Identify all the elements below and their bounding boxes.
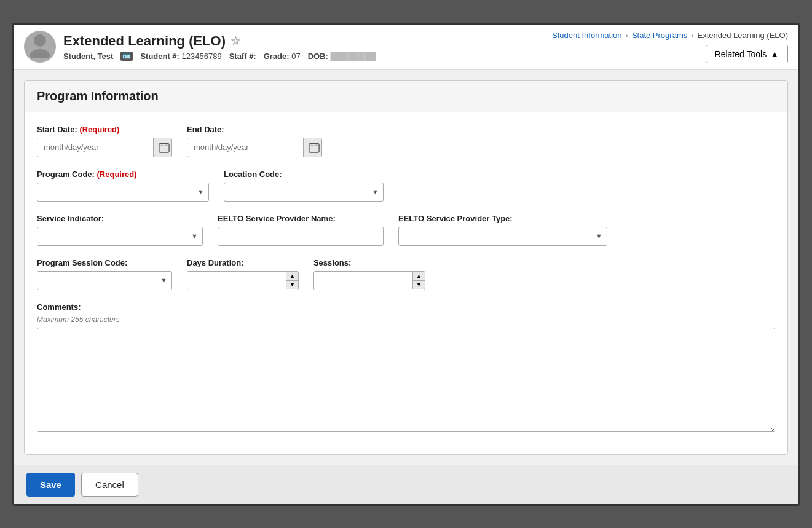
comments-textarea[interactable] — [37, 328, 775, 432]
calendar-icon — [159, 142, 170, 153]
form-card: Program Information Start Date: (Require… — [24, 80, 788, 455]
start-date-input-wrapper — [37, 138, 172, 157]
favorite-star-icon[interactable]: ☆ — [231, 34, 240, 48]
related-tools-label: Related Tools — [715, 49, 767, 59]
save-button[interactable]: Save — [26, 473, 75, 497]
days-duration-label: Days Duration: — [187, 258, 299, 267]
main-content: Program Information Start Date: (Require… — [14, 70, 798, 465]
end-date-input[interactable] — [187, 138, 303, 156]
page-title: Extended Learning (ELO) ☆ — [63, 33, 376, 49]
days-duration-input[interactable] — [187, 272, 286, 290]
location-code-select-wrapper: ▼ — [224, 183, 384, 202]
header-subtitle: Student, Test 🪪 Student #: 123456789 Sta… — [63, 52, 376, 61]
svg-point-1 — [30, 49, 50, 58]
eelto-provider-name-label: EELTO Service Provider Name: — [218, 214, 384, 223]
avatar — [24, 31, 56, 63]
eelto-provider-type-label: EELTO Service Provider Type: — [398, 214, 607, 223]
staff-number: Staff #: — [229, 52, 256, 61]
svg-point-0 — [34, 34, 46, 47]
svg-rect-6 — [309, 143, 319, 152]
calendar-icon — [309, 142, 320, 153]
app-window: Extended Learning (ELO) ☆ Student, Test … — [12, 23, 800, 506]
start-date-calendar-button[interactable] — [153, 138, 172, 157]
days-duration-spinner-buttons: ▲ ▼ — [286, 272, 298, 289]
sessions-spinner: ▲ ▼ — [313, 271, 425, 290]
comments-label: Comments: — [37, 302, 775, 312]
program-session-code-label: Program Session Code: — [37, 258, 172, 267]
student-name: Student, Test — [63, 52, 113, 61]
grade-value: 07 — [291, 52, 300, 61]
svg-rect-2 — [159, 143, 169, 152]
date-row: Start Date: (Required) — [37, 125, 775, 157]
breadcrumb-sep-2: › — [691, 31, 693, 40]
program-code-label: Program Code: (Required) — [37, 170, 209, 179]
breadcrumb-current: Extended Learning (ELO) — [698, 31, 788, 40]
end-date-group: End Date: — [187, 125, 322, 157]
related-tools-button[interactable]: Related Tools ▲ — [706, 45, 788, 63]
form-body: Start Date: (Required) — [25, 112, 787, 454]
breadcrumb: Student Information › State Programs › E… — [552, 31, 788, 40]
eelto-provider-type-group: EELTO Service Provider Type: ▼ — [398, 214, 607, 246]
dob-label: DOB: — [308, 52, 331, 61]
sessions-group: Sessions: ▲ ▼ — [313, 258, 425, 290]
form-card-header: Program Information — [25, 81, 787, 112]
dob-value: ████████ — [331, 52, 376, 61]
location-code-group: Location Code: ▼ — [224, 170, 384, 202]
service-indicator-select-wrapper: ▼ — [37, 227, 203, 246]
location-code-label: Location Code: — [224, 170, 384, 179]
avatar-person-icon — [29, 33, 51, 61]
chevron-up-icon: ▲ — [770, 49, 779, 59]
eelto-provider-name-group: EELTO Service Provider Name: — [218, 214, 384, 246]
start-date-required: (Required) — [79, 125, 119, 134]
end-date-label: End Date: — [187, 125, 322, 134]
end-date-input-wrapper — [187, 138, 322, 157]
student-num-value: 123456789 — [182, 52, 222, 61]
staff-num-label: Staff #: — [229, 52, 256, 61]
breadcrumb-state-programs[interactable]: State Programs — [632, 31, 687, 40]
start-date-group: Start Date: (Required) — [37, 125, 172, 157]
grade-info: Grade: 07 — [264, 52, 301, 61]
sessions-label: Sessions: — [313, 258, 425, 267]
breadcrumb-student-info[interactable]: Student Information — [552, 31, 621, 40]
days-duration-increment-button[interactable]: ▲ — [286, 272, 298, 281]
program-session-code-group: Program Session Code: ▼ — [37, 258, 172, 290]
eelto-provider-name-input[interactable] — [218, 227, 384, 246]
service-indicator-group: Service Indicator: ▼ — [37, 214, 203, 246]
eelto-provider-type-select[interactable] — [398, 227, 607, 246]
location-code-select[interactable] — [224, 183, 384, 202]
title-section: Extended Learning (ELO) ☆ Student, Test … — [63, 33, 376, 61]
comments-hint: Maximum 255 characters — [37, 315, 775, 324]
start-date-label: Start Date: (Required) — [37, 125, 172, 134]
footer: Save Cancel — [14, 465, 798, 504]
program-code-group: Program Code: (Required) ▼ — [37, 170, 209, 202]
header-right: Student Information › State Programs › E… — [552, 31, 788, 63]
service-indicator-select[interactable] — [37, 227, 203, 246]
program-code-select-wrapper: ▼ — [37, 183, 209, 202]
dob-info: DOB: ████████ — [308, 52, 376, 61]
header-left: Extended Learning (ELO) ☆ Student, Test … — [24, 31, 376, 63]
days-duration-group: Days Duration: ▲ ▼ — [187, 258, 299, 290]
cancel-button[interactable]: Cancel — [81, 473, 138, 497]
sessions-increment-button[interactable]: ▲ — [413, 272, 425, 281]
program-session-code-select-wrapper: ▼ — [37, 271, 172, 290]
sessions-spinner-buttons: ▲ ▼ — [412, 272, 425, 289]
service-row: Service Indicator: ▼ EELTO Service Provi… — [37, 214, 775, 246]
breadcrumb-sep-1: › — [626, 31, 628, 40]
program-session-code-select[interactable] — [37, 271, 172, 290]
program-code-select[interactable] — [37, 183, 209, 202]
student-number: Student #: 123456789 — [140, 52, 221, 61]
student-num-label: Student #: — [140, 52, 179, 61]
start-date-input[interactable] — [37, 138, 153, 156]
page-title-text: Extended Learning (ELO) — [63, 33, 226, 49]
sessions-input[interactable] — [314, 272, 412, 290]
eelto-provider-type-select-wrapper: ▼ — [398, 227, 607, 246]
session-row: Program Session Code: ▼ Days Duration: — [37, 258, 775, 290]
section-title: Program Information — [37, 89, 775, 103]
service-indicator-label: Service Indicator: — [37, 214, 203, 223]
sessions-decrement-button[interactable]: ▼ — [413, 281, 425, 289]
header: Extended Learning (ELO) ☆ Student, Test … — [14, 25, 798, 70]
end-date-calendar-button[interactable] — [303, 138, 322, 157]
program-code-required: (Required) — [97, 170, 137, 179]
grade-label: Grade: — [264, 52, 290, 61]
days-duration-decrement-button[interactable]: ▼ — [286, 281, 298, 289]
